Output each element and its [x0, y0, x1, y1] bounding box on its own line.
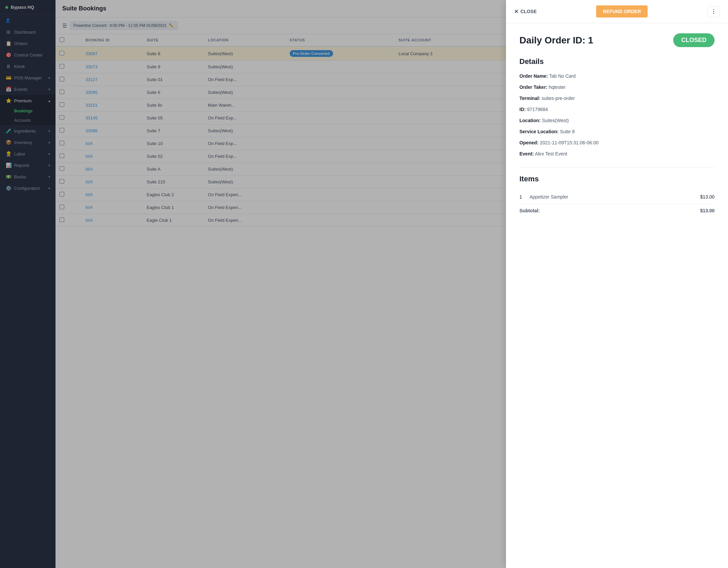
- close-label: CLOSE: [520, 9, 537, 14]
- opened-label: Opened:: [519, 140, 539, 145]
- detail-event: Event: Alex Test Event: [519, 150, 715, 157]
- detail-opened: Opened: 2021-11-09T15:31:06-06:00: [519, 139, 715, 146]
- closed-status-badge: CLOSED: [673, 33, 715, 47]
- terminal-value: suites-pre-order: [542, 96, 575, 101]
- order-name-value: Tab No Card: [549, 73, 576, 79]
- detail-order-taker: Order Taker: hqtester: [519, 84, 715, 91]
- order-name-label: Order Name:: [519, 73, 548, 79]
- location-value: Suites(West): [542, 118, 569, 123]
- service-location-label: Service Location:: [519, 129, 559, 134]
- panel-header: ✕ CLOSE REFUND ORDER ⋮: [506, 0, 728, 23]
- service-location-value: Suite 8: [560, 129, 575, 134]
- more-options-button[interactable]: ⋮: [707, 6, 720, 17]
- items-list: 1 Appetizer Sampler $13.00: [519, 190, 715, 204]
- terminal-label: Terminal:: [519, 96, 540, 101]
- opened-value: 2021-11-09T15:31:06-06:00: [540, 140, 598, 145]
- id-value: 97179684: [527, 107, 548, 112]
- item-qty: 1: [519, 194, 530, 200]
- items-section: Items 1 Appetizer Sampler $13.00 Subtota…: [519, 175, 715, 217]
- item-name: Appetizer Sampler: [530, 194, 700, 200]
- location-label: Location:: [519, 118, 541, 123]
- detail-id: ID: 97179684: [519, 106, 715, 113]
- subtotal-value: $13.00: [700, 208, 715, 213]
- refund-order-button[interactable]: REFUND ORDER: [596, 5, 648, 17]
- detail-order-name: Order Name: Tab No Card: [519, 73, 715, 80]
- detail-location: Location: Suites(West): [519, 117, 715, 124]
- details-section: Details Order Name: Tab No Card Order Ta…: [519, 57, 715, 157]
- subtotal-row: Subtotal: $13.00: [519, 204, 715, 217]
- detail-service-location: Service Location: Suite 8: [519, 128, 715, 135]
- id-label: ID:: [519, 107, 526, 112]
- event-name-value: Alex Test Event: [535, 151, 567, 156]
- order-id-title: Daily Order ID: 1: [519, 35, 593, 46]
- order-taker-label: Order Taker:: [519, 84, 547, 90]
- subtotal-label: Subtotal:: [519, 208, 540, 213]
- close-button[interactable]: ✕ CLOSE: [514, 8, 537, 15]
- panel-body: Daily Order ID: 1 CLOSED Details Order N…: [506, 23, 728, 227]
- items-title: Items: [519, 175, 715, 183]
- order-panel: ✕ CLOSE REFUND ORDER ⋮ Daily Order ID: 1…: [506, 0, 728, 568]
- detail-terminal: Terminal: suites-pre-order: [519, 95, 715, 102]
- item-price: $13.00: [700, 194, 715, 200]
- order-id-section: Daily Order ID: 1 CLOSED: [519, 33, 715, 47]
- order-taker-value: hqtester: [549, 84, 566, 90]
- item-row: 1 Appetizer Sampler $13.00: [519, 190, 715, 204]
- details-title: Details: [519, 57, 715, 66]
- close-icon: ✕: [514, 8, 518, 15]
- event-name-label: Event:: [519, 151, 534, 156]
- divider: [519, 168, 715, 168]
